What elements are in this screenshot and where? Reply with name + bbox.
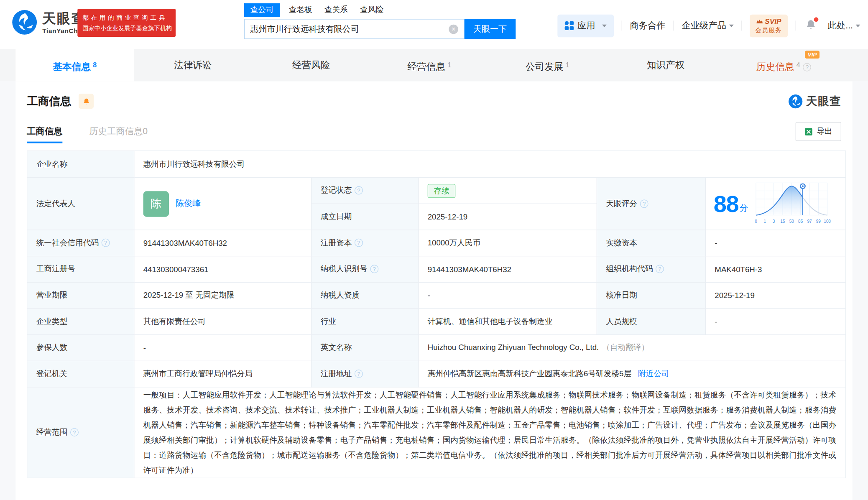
tab-label: 基本信息 — [53, 61, 91, 72]
search-tab-relation[interactable]: 查关系 — [324, 3, 348, 17]
tab-company-development[interactable]: 公司发展1 — [488, 49, 607, 81]
taxpayer-quality-value: - — [419, 282, 597, 309]
subtab-business-info[interactable]: 工商信息 — [27, 126, 62, 138]
apps-label: 应用 — [577, 20, 595, 31]
score-distribution-chart: 0 1 3 15 50 85 97 99 100 — [753, 180, 831, 227]
field-label: 行业 — [311, 309, 419, 335]
insured-count-value: - — [134, 335, 311, 361]
divider — [795, 20, 796, 31]
tianyancha-logo-icon — [12, 10, 37, 35]
search-tab-risk[interactable]: 查风险 — [360, 3, 383, 17]
tab-intellectual-property[interactable]: 知识产权 — [607, 49, 725, 81]
legal-rep-link[interactable]: 陈俊峰 — [176, 199, 201, 209]
auto-translate-note: （自动翻译） — [602, 343, 649, 352]
watermark-text: 天眼查 — [806, 94, 841, 109]
svg-text:100: 100 — [824, 219, 830, 224]
excel-icon — [804, 128, 813, 136]
svip-label: SVIP — [765, 17, 781, 26]
field-label: 统一社会信用代码? — [27, 230, 134, 256]
search-input[interactable]: 惠州市川行致远科技有限公司 × — [244, 19, 465, 39]
help-icon[interactable]: ? — [656, 265, 664, 273]
taxpayer-id-value: 91441303MAK40T6H32 — [419, 256, 597, 283]
legal-rep-cell: 陈 陈俊峰 — [134, 178, 311, 230]
apps-menu[interactable]: 应用 — [557, 14, 614, 37]
export-button[interactable]: 导出 — [796, 122, 841, 141]
avatar[interactable]: 陈 — [143, 191, 169, 217]
notification-bell-icon[interactable] — [805, 19, 817, 32]
paid-capital-value: - — [705, 230, 845, 256]
field-label: 组织机构代码? — [597, 256, 705, 283]
svip-sub-label: 会员服务 — [755, 26, 782, 34]
english-name-value: Huizhou Chuanxing Zhiyuan Technology Co.… — [428, 343, 599, 352]
help-icon[interactable]: ? — [355, 370, 363, 378]
clear-icon[interactable]: × — [449, 24, 458, 34]
header: 天眼查 TianYanCha.com 都在用的商业查询工具 国家中小企业发展子基… — [0, 0, 868, 49]
score-value: 88 — [714, 192, 739, 215]
tab-label: 经营风险 — [292, 60, 330, 70]
address-cell: 惠州仲恺高新区惠南高新科技产业园惠泰北路6号研发楼5层附近公司 — [419, 361, 845, 387]
slogan-line2: 国家中小企业发展子基金旗下机构 — [82, 25, 171, 33]
help-icon[interactable]: ? — [70, 428, 79, 436]
field-label: 纳税人资质 — [311, 282, 419, 309]
search-tab-company[interactable]: 查公司 — [244, 3, 280, 17]
tab-history-info[interactable]: VIP 历史信息4? — [725, 49, 843, 81]
score-cell: 88 分 — [705, 178, 845, 230]
search-area: 查公司 查老板 查关系 查风险 惠州市川行致远科技有限公司 × 天眼一下 — [244, 3, 516, 39]
caret-down-icon — [729, 24, 734, 27]
score-unit: 分 — [740, 203, 748, 213]
subscribe-bell-icon[interactable] — [79, 94, 94, 109]
svg-text:50: 50 — [789, 219, 794, 224]
subtab-history-business-info[interactable]: 历史工商信息0 — [89, 126, 148, 138]
table-row: 参保人数 - 英文名称 Huizhou Chuanxing Zhiyuan Te… — [27, 335, 845, 361]
chart-x-axis: 0 1 3 15 50 85 97 99 100 — [755, 219, 830, 224]
field-label: 工商注册号 — [27, 256, 134, 283]
nav-enterprise[interactable]: 企业级产品 — [682, 20, 733, 31]
nearby-companies-link[interactable]: 附近公司 — [638, 369, 669, 378]
field-label: 天眼评分? — [597, 178, 705, 230]
company-type-value: 其他有限责任公司 — [134, 309, 311, 335]
field-label: 经营范围? — [27, 387, 134, 478]
search-button[interactable]: 天眼一下 — [465, 19, 516, 39]
staff-size-value: - — [705, 309, 845, 335]
establish-date-value: 2025-12-19 — [419, 204, 597, 230]
business-info-table: 企业名称 惠州市川行致远科技有限公司 法定代表人 陈 陈俊峰 登记状态? — [27, 151, 846, 478]
caret-down-icon — [602, 24, 607, 27]
help-icon[interactable]: ? — [640, 199, 648, 208]
field-label: 营业期限 — [27, 282, 134, 309]
tianyancha-watermark: 天眼查 — [788, 94, 841, 109]
divider — [741, 20, 742, 31]
search-input-value: 惠州市川行致远科技有限公司 — [250, 24, 449, 34]
caret-down-icon — [856, 24, 860, 27]
crown-icon — [756, 19, 763, 24]
user-name: 此处... — [828, 20, 853, 31]
svg-text:97: 97 — [807, 219, 812, 224]
table-row: 企业类型 其他有限责任公司 行业 计算机、通信和其他电子设备制造业 人员规模 - — [27, 309, 845, 335]
tab-operation-risk[interactable]: 经营风险 — [252, 49, 370, 81]
section-title: 工商信息 — [27, 94, 71, 109]
search-tab-boss[interactable]: 查老板 — [289, 3, 312, 17]
status-badge: 存续 — [428, 184, 456, 197]
divider — [673, 20, 674, 31]
nav-biz-coop[interactable]: 商务合作 — [630, 20, 665, 31]
reg-authority-value: 惠州市工商行政管理局仲恺分局 — [134, 361, 311, 387]
tab-basic-info[interactable]: 基本信息8 — [15, 49, 134, 81]
svg-text:3: 3 — [773, 219, 775, 224]
user-menu[interactable]: 此处... — [828, 20, 860, 31]
svg-text:1: 1 — [763, 219, 766, 224]
vip-badge: VIP — [805, 51, 819, 59]
tab-legal-lawsuits[interactable]: 法律诉讼 — [134, 49, 252, 81]
help-icon[interactable]: ? — [355, 239, 363, 247]
svip-badge[interactable]: SVIP 会员服务 — [750, 14, 788, 37]
field-label: 企业类型 — [27, 309, 134, 335]
field-label: 参保人数 — [27, 335, 134, 361]
field-label: 注册地址? — [311, 361, 419, 387]
tab-label: 经营信息 — [407, 61, 445, 72]
help-icon[interactable]: ? — [355, 186, 363, 194]
help-icon[interactable]: ? — [102, 239, 110, 247]
company-name-value: 惠州市川行致远科技有限公司 — [134, 151, 845, 178]
help-icon[interactable]: ? — [370, 265, 378, 273]
tab-operation-info[interactable]: 经营信息1 — [370, 49, 488, 81]
help-icon[interactable]: ? — [803, 63, 811, 71]
org-code-value: MAK40T6H-3 — [705, 256, 845, 283]
page: 天眼查 TianYanCha.com 都在用的商业查询工具 国家中小企业发展子基… — [0, 0, 868, 500]
